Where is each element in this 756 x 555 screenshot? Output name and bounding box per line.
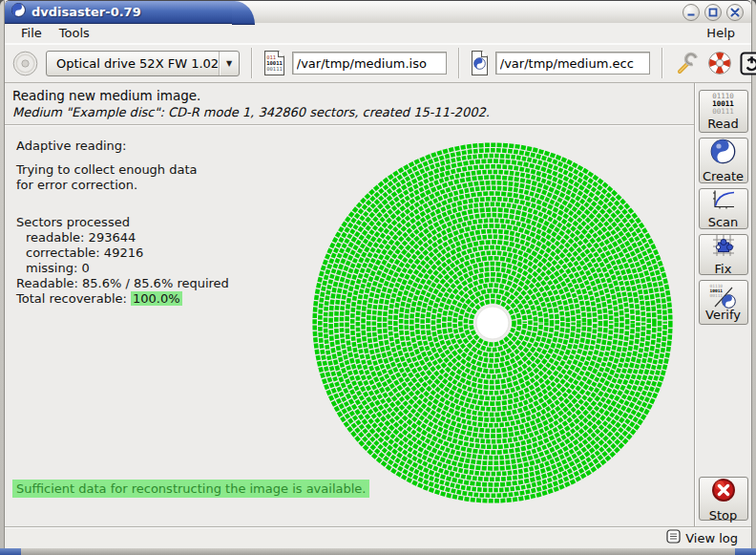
stop-button[interactable]: Stop <box>699 477 748 521</box>
stop-button-label: Stop <box>709 508 738 523</box>
titlebar-tab[interactable]: dvdisaster-0.79 <box>5 1 232 24</box>
toolbar-separator <box>458 48 460 78</box>
status-headline: Reading new medium image. <box>12 88 694 103</box>
create-yinyang-icon <box>710 139 736 168</box>
cd-drive-icon <box>12 51 38 76</box>
fix-puzzle-icon <box>711 234 736 261</box>
menu-help[interactable]: Help <box>698 24 744 42</box>
fix-button-label: Fix <box>715 262 732 276</box>
help-lifebelt-icon[interactable] <box>707 51 732 75</box>
menu-tools[interactable]: Tools <box>51 24 98 42</box>
toolbar-separator <box>662 48 663 78</box>
menu-file[interactable]: File <box>12 24 51 42</box>
verify-button[interactable]: 01110 10011 00111 <box>699 280 748 325</box>
medium-info-line: Medium "Example disc": CD-R mode 1, 3428… <box>12 105 694 119</box>
success-message: Sufficient data for reconstructing the i… <box>12 480 369 498</box>
scan-button-label: Scan <box>708 215 739 229</box>
quit-power-icon[interactable] <box>740 52 756 75</box>
minimize-button[interactable] <box>682 4 700 21</box>
app-window: dvdisaster-0.79 File Tools Help <box>0 0 756 555</box>
create-button[interactable]: Create <box>699 138 748 183</box>
create-button-label: Create <box>703 169 744 183</box>
image-file-input[interactable] <box>292 52 447 75</box>
drive-selector-value: Optical drive 52X FW 1.02 <box>47 56 219 71</box>
scan-curve-icon <box>711 189 736 214</box>
stop-icon <box>710 477 737 507</box>
ecc-file-input[interactable] <box>495 52 650 75</box>
window-title: dvdisaster-0.79 <box>32 5 141 19</box>
chevron-down-icon: ▼ <box>226 59 232 68</box>
verify-icon: 01110 10011 00111 <box>709 284 738 307</box>
resize-grip-right[interactable] <box>735 548 756 555</box>
menubar: File Tools Help <box>5 23 751 44</box>
resize-grip-left[interactable] <box>0 548 21 555</box>
view-log-icon <box>666 529 681 546</box>
maximize-button[interactable] <box>704 4 722 21</box>
main-panel: Reading new medium image. Medium "Exampl… <box>5 83 694 526</box>
ecc-file-icon <box>472 51 488 75</box>
close-button[interactable] <box>726 4 744 21</box>
titlebar[interactable]: dvdisaster-0.79 <box>5 0 751 23</box>
statusbar: View log <box>5 526 751 548</box>
fix-button[interactable]: Fix <box>699 234 748 275</box>
status-header: Reading new medium image. Medium "Exampl… <box>5 83 694 125</box>
window-bottom-border[interactable] <box>0 548 756 555</box>
preferences-wrench-icon[interactable] <box>675 51 700 75</box>
iso-file-icon: 011 10011 00111 <box>264 51 284 75</box>
read-binary-icon: 01110 10011 00111 <box>712 93 734 116</box>
action-sidebar: 01110 10011 00111 Read <box>694 83 751 526</box>
app-logo-yinyang-icon <box>11 3 26 21</box>
drive-selector-dropdown[interactable]: Optical drive 52X FW 1.02 ▼ <box>46 51 240 76</box>
read-button[interactable]: 01110 10011 00111 Read <box>699 90 748 133</box>
toolbar: Optical drive 52X FW 1.02 ▼ 011 10011 00… <box>5 44 751 83</box>
dropdown-arrow-box[interactable]: ▼ <box>219 52 239 75</box>
reading-canvas-area: Adaptive reading: Trying to collect enou… <box>5 125 694 526</box>
read-button-label: Read <box>707 117 739 131</box>
toolbar-separator <box>251 48 253 78</box>
disc-sector-visualization <box>5 125 694 526</box>
view-log-toggle[interactable]: View log <box>685 531 738 545</box>
scan-button[interactable]: Scan <box>699 188 748 229</box>
